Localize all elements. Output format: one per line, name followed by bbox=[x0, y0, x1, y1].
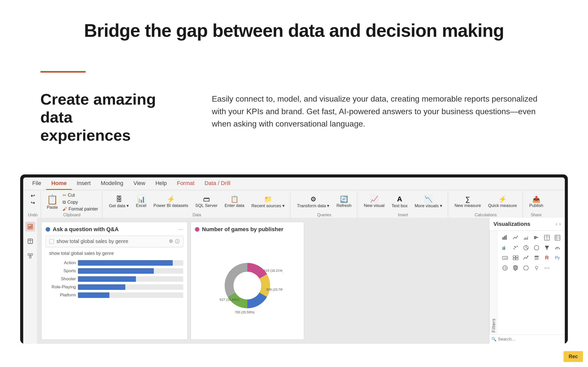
viz-stacked-bar[interactable] bbox=[501, 243, 510, 252]
viz-shape-map[interactable] bbox=[521, 263, 531, 272]
svg-text:619 (18.21%): 619 (18.21%) bbox=[264, 269, 283, 272]
viz-matrix[interactable] bbox=[553, 233, 562, 242]
svg-rect-56 bbox=[535, 259, 539, 260]
viz-multi-card[interactable] bbox=[511, 253, 520, 262]
enter-data-button[interactable]: 📋 Enter data bbox=[222, 195, 247, 214]
tab-modeling[interactable]: Modeling bbox=[96, 177, 128, 190]
format-painter-icon: 🖌 bbox=[63, 206, 67, 212]
bar-fill-action bbox=[78, 260, 173, 266]
viz-python[interactable]: Py bbox=[553, 253, 562, 262]
publish-icon: 📤 bbox=[532, 196, 540, 202]
visualizations-panel: Visualizations ‹ › Filters bbox=[489, 218, 565, 344]
viz-pie[interactable] bbox=[521, 243, 531, 252]
qa-info-icon[interactable]: ⓘ bbox=[175, 238, 180, 244]
qa-card-menu[interactable]: ⋯ bbox=[178, 226, 183, 232]
bar-fill-shooter bbox=[78, 276, 136, 282]
svg-rect-32 bbox=[503, 247, 504, 248]
powerbi-app-inner: File Home Insert Modeling View Help Form… bbox=[23, 177, 565, 344]
svg-marker-45 bbox=[546, 248, 548, 250]
viz-donut[interactable] bbox=[532, 243, 541, 252]
viz-kpi[interactable] bbox=[521, 253, 531, 262]
new-measure-button[interactable]: ∑ New measure bbox=[452, 195, 484, 214]
new-visual-button[interactable]: 📈 New visual bbox=[361, 195, 387, 214]
excel-button[interactable]: 📊 Excel bbox=[133, 195, 149, 214]
refresh-label: Refresh bbox=[336, 203, 351, 208]
viz-slicer[interactable] bbox=[532, 253, 541, 262]
qa-dot bbox=[46, 227, 50, 232]
share-label: Share bbox=[524, 213, 549, 217]
clipboard-sub: ✂ Cut ⧉ Copy 🖌 Format painter bbox=[62, 192, 99, 212]
publish-button[interactable]: 📤 Publish bbox=[527, 195, 546, 214]
nav-table-icon[interactable] bbox=[25, 236, 35, 246]
games-card-header: Number of games by publisher bbox=[195, 226, 300, 233]
viz-grid: 123 R Py bbox=[498, 231, 565, 275]
viz-search-container: 🔍 bbox=[489, 334, 565, 344]
viz-line-chart[interactable] bbox=[511, 233, 520, 242]
calculations-group: ∑ New measure ⚡ Quick measure Calculatio… bbox=[449, 191, 523, 218]
undo-button[interactable]: ↩ bbox=[28, 192, 37, 199]
tab-format[interactable]: Format bbox=[172, 177, 199, 190]
viz-more[interactable]: ⋯ bbox=[542, 263, 551, 272]
svg-rect-33 bbox=[504, 248, 505, 250]
transform-data-button[interactable]: ⚙ Transform data ▾ bbox=[295, 195, 332, 214]
tab-file[interactable]: File bbox=[27, 177, 46, 190]
main-content: Ask a question with Q&A ⋯ show total glo… bbox=[23, 218, 565, 344]
bar-row-sports: Sports bbox=[46, 268, 183, 274]
nav-report-icon[interactable] bbox=[25, 222, 35, 231]
format-painter-button[interactable]: 🖌 Format painter bbox=[62, 206, 99, 212]
viz-area-chart[interactable] bbox=[521, 233, 531, 242]
get-data-label: Get data ▾ bbox=[109, 203, 129, 208]
qa-settings-icon[interactable]: ⚙ bbox=[169, 238, 173, 244]
viz-map[interactable] bbox=[501, 263, 510, 272]
visualizations-next[interactable]: › bbox=[559, 221, 561, 227]
left-nav bbox=[23, 218, 37, 344]
copy-button[interactable]: ⧉ Copy bbox=[62, 199, 99, 205]
qa-card-title: Ask a question with Q&A bbox=[46, 226, 119, 233]
recent-sources-button[interactable]: 📁 Recent sources ▾ bbox=[249, 195, 287, 214]
viz-gauge[interactable] bbox=[553, 243, 562, 252]
tab-data-drill[interactable]: Data / Drill bbox=[199, 177, 236, 190]
tab-insert[interactable]: Insert bbox=[72, 177, 96, 190]
get-data-button[interactable]: 🗄 Get data ▾ bbox=[106, 195, 131, 214]
viz-filled-map[interactable] bbox=[511, 263, 520, 272]
visualizations-nav: ‹ › bbox=[556, 221, 561, 227]
bar-label-rpg: Role-Playing bbox=[46, 285, 76, 290]
more-visuals-button[interactable]: 📉 More visuals ▾ bbox=[412, 195, 445, 214]
qa-checkbox bbox=[49, 239, 54, 244]
enter-data-label: Enter data bbox=[225, 203, 244, 208]
visualizations-prev[interactable]: ‹ bbox=[556, 221, 557, 227]
viz-bar-chart[interactable] bbox=[501, 233, 510, 242]
viz-funnel[interactable] bbox=[542, 243, 551, 252]
paste-button[interactable]: 📋 Paste bbox=[45, 193, 60, 211]
more-visuals-label: More visuals ▾ bbox=[415, 203, 442, 208]
sql-server-icon: 🗃 bbox=[203, 196, 210, 202]
qa-input-container[interactable]: show total global sales by genre ⚙ ⓘ bbox=[46, 236, 183, 247]
viz-card[interactable]: 123 bbox=[501, 253, 510, 262]
viz-scatter[interactable] bbox=[511, 243, 520, 252]
qa-suggestion[interactable]: show total global sales by genre bbox=[46, 249, 183, 258]
nav-model-icon[interactable] bbox=[25, 251, 35, 261]
text-box-button[interactable]: A Text box bbox=[389, 195, 410, 214]
svg-rect-17 bbox=[503, 237, 504, 240]
redo-button[interactable]: ↪ bbox=[28, 199, 37, 206]
svg-point-35 bbox=[514, 248, 515, 249]
filters-label: Filters bbox=[489, 231, 498, 334]
quick-measure-button[interactable]: ⚡ Quick measure bbox=[485, 195, 519, 214]
power-bi-datasets-button[interactable]: ⚡ Power BI datasets bbox=[151, 195, 191, 214]
undo-group: ↩ ↪ Undo bbox=[25, 191, 41, 218]
viz-r-visual[interactable]: R bbox=[542, 253, 551, 262]
refresh-button[interactable]: 🔄 Refresh bbox=[334, 195, 354, 214]
sql-server-button[interactable]: 🗃 SQL Server bbox=[193, 195, 220, 214]
qa-card-header: Ask a question with Q&A ⋯ bbox=[46, 226, 183, 233]
cut-button[interactable]: ✂ Cut bbox=[62, 192, 99, 199]
svg-rect-22 bbox=[534, 237, 538, 238]
qa-icons: ⚙ ⓘ bbox=[169, 238, 180, 244]
excel-icon: 📊 bbox=[137, 196, 145, 202]
viz-azure-map[interactable] bbox=[532, 263, 541, 272]
tab-home[interactable]: Home bbox=[46, 177, 72, 190]
viz-table[interactable] bbox=[542, 233, 551, 242]
viz-search-input[interactable] bbox=[498, 337, 563, 342]
tab-view[interactable]: View bbox=[128, 177, 150, 190]
tab-help[interactable]: Help bbox=[150, 177, 172, 190]
viz-clustered-bar[interactable] bbox=[532, 233, 541, 242]
